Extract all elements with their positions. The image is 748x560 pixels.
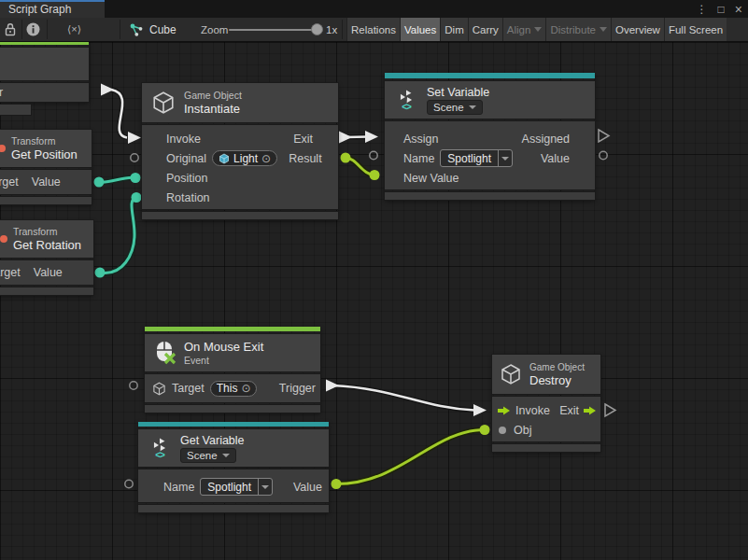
node-event-fragment[interactable]: Trigger (0, 42, 89, 102)
info-button[interactable] (26, 18, 40, 41)
toolbar-divider (47, 20, 48, 39)
port-label-rotation: Rotation (166, 191, 210, 204)
node-on-mouse-exit[interactable]: On Mouse Exit Event Target This ⊙ (145, 327, 320, 413)
code-view-button[interactable]: ⟨×⟩ (67, 18, 81, 41)
wire-result-to-newvalue[interactable] (341, 153, 380, 181)
zoom-slider-handle[interactable] (311, 23, 323, 35)
dim-button[interactable]: Dim (440, 18, 467, 41)
overview-button[interactable]: Overview (611, 18, 664, 41)
port-destroy-invoke-in[interactable] (473, 404, 487, 416)
port-position-in[interactable] (131, 173, 141, 183)
relations-button[interactable]: Relations (346, 18, 400, 41)
node-title: On Mouse Exit (184, 340, 263, 354)
port-value-out[interactable] (600, 151, 607, 159)
node-title: Destroy (529, 373, 585, 387)
graph-node-icon (129, 22, 144, 37)
lock-icon (4, 22, 17, 36)
values-button[interactable]: Values (400, 18, 440, 41)
port-getrotation-value[interactable] (95, 268, 106, 278)
port-label-target: Target (0, 266, 21, 279)
lock-button[interactable] (4, 18, 17, 41)
variable-accent-bar (385, 73, 595, 78)
event-accent-bar (145, 327, 320, 331)
port-assign-in[interactable] (365, 131, 378, 143)
node-title: Set Variable (427, 86, 489, 99)
port-label-target: Target (0, 175, 19, 189)
window-maximize-icon[interactable]: □ (718, 3, 725, 16)
chevron-down-icon (600, 27, 607, 32)
port-trigger-out[interactable] (326, 380, 339, 392)
node-set-variable[interactable]: <> Set Variable Scene Assign Assigned (385, 73, 595, 200)
node-footer (492, 444, 600, 452)
port-name-in[interactable] (370, 151, 377, 159)
port-label-new-value: New Value (403, 172, 459, 185)
window-close-icon[interactable]: × (735, 2, 742, 17)
flow-arrow-icon (498, 406, 511, 415)
port-label-value: Value (32, 175, 61, 189)
wire-getrotation-to-rotation[interactable] (95, 192, 142, 278)
port-target-in[interactable] (130, 382, 137, 389)
node-footer (145, 405, 320, 413)
cube-icon (151, 91, 176, 115)
port-label-result: Result (289, 152, 321, 165)
port-result-out[interactable] (341, 153, 351, 163)
chevron-down-icon (534, 27, 542, 32)
port-label-target: Target (172, 382, 205, 395)
object-picker-icon[interactable]: ⊙ (261, 152, 271, 165)
node-header (0, 48, 89, 80)
port-label-obj: Obj (514, 424, 531, 437)
port-label-value: Value (34, 266, 63, 279)
wire-getposition-to-position[interactable] (94, 173, 141, 188)
port-label-position: Position (166, 172, 207, 185)
graph-canvas[interactable]: Trigger Game Object Instantiate Invoke (0, 42, 748, 560)
fullscreen-button[interactable]: Full Screen (664, 18, 727, 41)
object-field-light[interactable]: Light ⊙ (212, 150, 277, 166)
node-title: Get Rotation (13, 238, 81, 252)
tab-script-graph[interactable]: Script Graph (0, 0, 105, 18)
variable-scope-dropdown[interactable]: Scene (427, 100, 483, 115)
node-get-rotation[interactable]: Transform Get Rotation Target Value (0, 220, 93, 295)
node-title: Instantiate (184, 102, 242, 116)
node-footer (0, 287, 93, 295)
align-button[interactable]: Align (502, 18, 546, 41)
wire-getvariable-to-obj[interactable] (332, 425, 490, 489)
wire-exit-to-assign[interactable] (339, 131, 378, 144)
port-exit-out[interactable] (339, 132, 352, 144)
port-getvariable-value[interactable] (332, 479, 342, 489)
node-footer (142, 212, 338, 219)
wire-trigger-to-destroy-invoke[interactable] (326, 380, 487, 417)
distribute-button[interactable]: Distribute (545, 18, 611, 41)
node-get-position[interactable]: Transform Get Position Target Value (0, 130, 92, 204)
port-invoke-in[interactable] (128, 132, 141, 144)
window-menu-icon[interactable]: ⋮ (697, 3, 708, 16)
port-getposition-value[interactable] (94, 177, 105, 188)
node-instantiate[interactable]: Game Object Instantiate Invoke Exit Orig… (142, 83, 338, 219)
variable-scope-dropdown[interactable]: Scene (180, 448, 236, 463)
port-label-assigned: Assigned (522, 133, 570, 146)
port-label-assign: Assign (403, 133, 439, 146)
carry-button[interactable]: Carry (468, 18, 502, 41)
node-get-variable[interactable]: <> Get Variable Scene Name Spotlight (138, 422, 329, 512)
port-original-in[interactable] (131, 154, 138, 161)
port-obj-in[interactable] (480, 425, 490, 435)
info-icon (26, 22, 40, 36)
chevron-down-icon (501, 157, 509, 161)
node-destroy[interactable]: Game Object Destroy Invoke Exit (492, 355, 600, 452)
object-picker-icon[interactable]: ⊙ (241, 382, 250, 395)
variable-name-dropdown[interactable]: Spotlight (440, 149, 513, 167)
port-trigger-out[interactable] (101, 84, 114, 96)
object-field-this[interactable]: This ⊙ (210, 381, 258, 397)
port-destroy-exit-out[interactable] (605, 404, 615, 416)
breadcrumb[interactable]: Cube (129, 18, 176, 41)
scene-variable-icon: <> (394, 90, 418, 111)
variable-name-dropdown[interactable]: Spotlight (200, 478, 273, 496)
zoom-slider-track[interactable] (229, 29, 315, 31)
node-category: Game Object (184, 90, 242, 101)
port-newvalue-in[interactable] (370, 170, 380, 180)
port-rotation-in[interactable] (132, 192, 142, 203)
port-getvariable-name-in[interactable] (125, 480, 133, 487)
node-fragment-footer (0, 105, 31, 115)
breadcrumb-label: Cube (149, 23, 176, 36)
wire-event-to-instantiate[interactable] (101, 84, 141, 145)
port-assigned-out[interactable] (599, 130, 609, 142)
